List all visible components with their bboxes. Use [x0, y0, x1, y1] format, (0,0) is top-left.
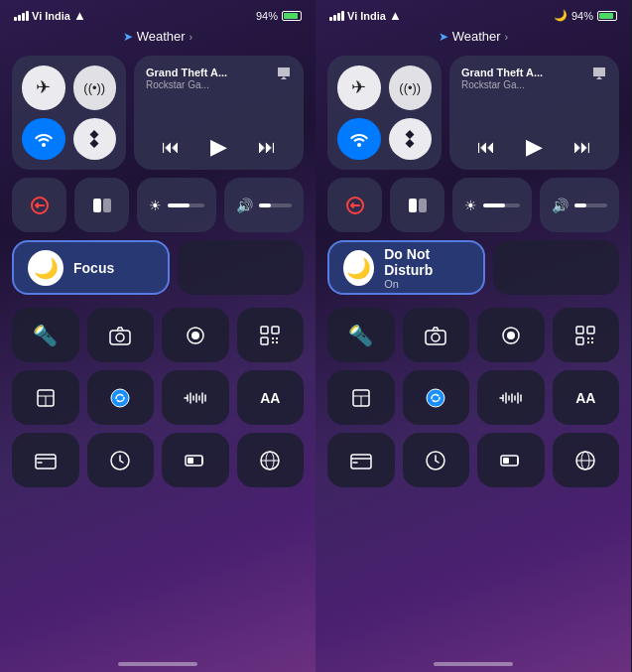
mirror-btn-left[interactable]	[74, 178, 129, 232]
bar3r	[337, 13, 340, 21]
battery-icon-right	[597, 11, 617, 21]
lock-rotation-btn-right[interactable]	[327, 178, 382, 232]
torch-btn-right[interactable]: 🔦	[327, 308, 395, 362]
next-btn-left[interactable]: ⏭	[258, 137, 276, 158]
signal-bars-right	[329, 11, 344, 21]
calc-btn-left[interactable]	[12, 370, 79, 425]
row-top-right: ✈ ((•)) Grand Theft A... Rockstar Ga...	[327, 56, 619, 170]
brightness-slider-left[interactable]: ☀	[137, 178, 216, 232]
svg-point-23	[357, 143, 361, 147]
svg-rect-33	[576, 337, 583, 344]
svg-rect-10	[261, 337, 268, 344]
prev-btn-right[interactable]: ⏮	[477, 137, 495, 158]
svg-rect-26	[419, 199, 427, 212]
svg-point-7	[191, 332, 199, 339]
status-right-right: 🌙 94%	[554, 9, 617, 22]
record-btn-left[interactable]	[162, 308, 229, 362]
media-title-right: Grand Theft A...	[461, 66, 543, 79]
wallet-btn-left[interactable]	[12, 433, 79, 487]
mirror-btn-right[interactable]	[390, 178, 444, 232]
svg-rect-38	[351, 455, 371, 469]
home-indicator-right	[434, 662, 513, 666]
media-top-right: Grand Theft A... Rockstar Ga...	[461, 66, 607, 90]
text-size-btn-right[interactable]: AA	[553, 370, 620, 425]
shazam-btn-left[interactable]	[87, 370, 155, 425]
row-bottom-apps-right	[327, 433, 619, 487]
camera-btn-right[interactable]	[403, 308, 470, 362]
svg-rect-15	[36, 455, 56, 469]
waveform-btn-left[interactable]	[162, 370, 229, 425]
text-size-btn-left[interactable]: AA	[237, 370, 305, 425]
battery-fill-right	[599, 13, 613, 19]
clock-btn-right[interactable]	[403, 433, 470, 487]
clock-btn-left[interactable]	[87, 433, 155, 487]
qr-btn-right[interactable]	[553, 308, 620, 362]
media-block-right: Grand Theft A... Rockstar Ga... ⏮ ▶ ⏭	[449, 56, 619, 170]
earth-btn-right[interactable]	[553, 433, 620, 487]
volume-track-left	[259, 203, 292, 207]
wifi-call-btn-left[interactable]: ((•))	[73, 66, 117, 110]
next-btn-right[interactable]: ⏭	[573, 137, 591, 158]
media-controls-right: ⏮ ▶ ⏭	[461, 134, 607, 160]
record-btn-right[interactable]	[477, 308, 545, 362]
dnd-btn-right[interactable]: 🌙 Do Not Disturb On	[327, 240, 485, 295]
svg-point-5	[116, 334, 124, 341]
focus-icon-left: 🌙	[28, 250, 63, 286]
row-top-left: ✈ ((•)) Grand Theft A... Rockstar Ga...	[12, 56, 304, 170]
battery-btn-left[interactable]	[162, 433, 229, 487]
prev-btn-left[interactable]: ⏮	[162, 137, 180, 158]
airplay-icon-left[interactable]	[276, 66, 292, 84]
weather-bar-right[interactable]: ➤ Weather ›	[316, 27, 631, 50]
focus-btn-left[interactable]: 🌙 Focus	[12, 240, 170, 295]
bluetooth-btn-left[interactable]	[73, 118, 117, 161]
play-btn-right[interactable]: ▶	[526, 134, 543, 160]
torch-btn-left[interactable]: 🔦	[12, 308, 79, 362]
airplane-btn-right[interactable]: ✈	[337, 66, 381, 110]
volume-fill-right	[574, 203, 586, 207]
wifi-status-right: ▲	[389, 8, 402, 23]
dnd-icon-right: 🌙	[343, 250, 374, 286]
row-utils-right: 🔦	[327, 308, 619, 362]
camera-btn-left[interactable]	[87, 308, 155, 362]
play-btn-left[interactable]: ▶	[210, 134, 227, 160]
weather-label-right: Weather	[452, 29, 501, 44]
airplane-btn-left[interactable]: ✈	[22, 66, 65, 110]
media-block-left: Grand Theft A... Rockstar Ga... ⏮ ▶ ⏭	[134, 56, 304, 170]
qr-btn-left[interactable]	[237, 308, 305, 362]
brightness-fill-left	[168, 203, 190, 207]
svg-point-37	[427, 389, 444, 407]
volume-icon-right: 🔊	[552, 198, 569, 213]
svg-rect-9	[272, 327, 279, 334]
focus-extra-left	[178, 240, 304, 295]
focus-label-left: Focus	[73, 260, 114, 276]
cc-container-right: ✈ ((•)) Grand Theft A... Rockstar Ga...	[316, 50, 631, 493]
volume-slider-left[interactable]: 🔊	[224, 178, 304, 232]
battery-btn-right[interactable]	[477, 433, 545, 487]
weather-bar-left[interactable]: ➤ Weather ›	[0, 27, 316, 50]
wallet-btn-right[interactable]	[327, 433, 395, 487]
signal-bars-left	[14, 11, 29, 21]
bar2r	[333, 15, 336, 21]
brightness-slider-right[interactable]: ☀	[452, 178, 532, 232]
svg-rect-42	[503, 458, 509, 464]
earth-btn-left[interactable]	[237, 433, 305, 487]
shazam-btn-right[interactable]	[403, 370, 470, 425]
calc-btn-right[interactable]	[327, 370, 395, 425]
left-panel: Vi India ▲ 94% ➤ Weather › ✈ ((•))	[0, 0, 316, 672]
waveform-btn-right[interactable]	[477, 370, 545, 425]
battery-fill-left	[284, 13, 298, 19]
svg-rect-3	[103, 199, 111, 212]
bluetooth-btn-right[interactable]	[389, 118, 433, 161]
bar1r	[329, 17, 332, 21]
wifi-btn-left[interactable]	[22, 118, 65, 161]
wifi-btn-right[interactable]	[337, 118, 381, 161]
row-focus-left: 🌙 Focus	[12, 240, 304, 300]
airplay-icon-right[interactable]	[591, 66, 607, 84]
media-info-right: Grand Theft A... Rockstar Ga...	[461, 66, 543, 90]
volume-slider-right[interactable]: 🔊	[540, 178, 619, 232]
wifi-call-btn-right[interactable]: ((•))	[389, 66, 433, 110]
row2-right: ☀ 🔊	[327, 178, 619, 232]
svg-rect-2	[93, 199, 101, 212]
status-bar-left: Vi India ▲ 94%	[0, 0, 316, 27]
lock-rotation-btn-left[interactable]	[12, 178, 66, 232]
